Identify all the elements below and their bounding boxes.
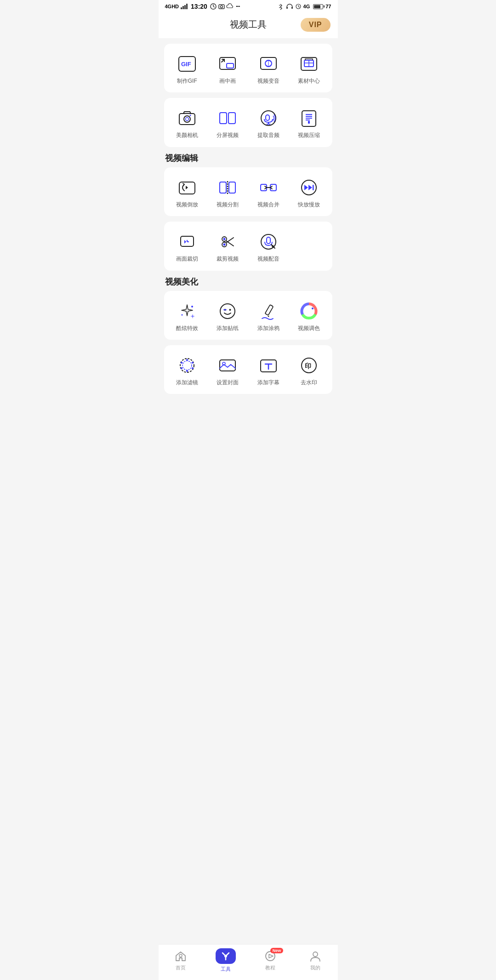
svg-point-86	[181, 367, 182, 369]
tool-subtitle-label: 添加字幕	[257, 379, 279, 386]
tool-split-screen-label: 分屏视频	[217, 132, 239, 138]
vip-badge[interactable]: VIP	[301, 18, 331, 32]
tool-merge[interactable]: 视频合并	[249, 171, 288, 212]
status-left: 4GHD 13:20 ···	[165, 3, 240, 10]
svg-point-82	[186, 359, 188, 361]
cover-icon	[217, 355, 238, 376]
nav-tools[interactable]: 工具	[212, 948, 239, 973]
tool-crop[interactable]: 画面裁切	[168, 225, 207, 267]
tool-material[interactable]: 素材中心	[290, 47, 329, 89]
svg-point-31	[189, 115, 191, 116]
svg-rect-11	[286, 7, 288, 9]
tool-compress[interactable]: 视频压缩	[290, 102, 329, 143]
tool-doodle[interactable]: 添加涂鸦	[249, 295, 288, 336]
tool-reverse[interactable]: 视频倒放	[168, 171, 207, 212]
tool-effects[interactable]: 酷炫特效	[168, 295, 207, 336]
reverse-icon	[177, 177, 197, 198]
tool-pip[interactable]: 画中画	[208, 47, 247, 89]
tool-split-screen[interactable]: 分屏视频	[208, 102, 247, 143]
pip-icon	[217, 54, 238, 74]
more-icon: ···	[236, 3, 240, 10]
tool-filter-label: 添加滤镜	[176, 379, 198, 386]
svg-rect-67	[267, 237, 270, 244]
filter-icon	[177, 355, 197, 376]
tool-extract-audio-label: 提取音频	[257, 132, 279, 138]
svg-marker-45	[186, 186, 188, 189]
home-icon	[174, 950, 187, 963]
svg-rect-46	[220, 182, 226, 193]
tool-sticker[interactable]: 添加贴纸	[208, 295, 247, 336]
tool-gif[interactable]: GIF 制作GIF	[168, 47, 207, 89]
signal-icon	[181, 4, 188, 9]
tool-speed[interactable]: 快放慢放	[290, 171, 329, 212]
status-right: 4G 77	[277, 4, 331, 9]
sticker-icon	[217, 301, 238, 321]
nav-home[interactable]: 首页	[167, 950, 194, 971]
svg-point-83	[192, 362, 194, 364]
clip-icon	[217, 232, 238, 252]
status-bar: 4GHD 13:20 ··· 4G 77	[159, 0, 338, 13]
subtitle-icon	[258, 355, 279, 376]
tool-split-label: 视频分割	[217, 201, 239, 208]
svg-point-8	[220, 6, 222, 8]
svg-marker-76	[268, 316, 269, 317]
svg-rect-28	[179, 114, 195, 125]
nav-home-label: 首页	[176, 964, 186, 971]
split-screen-icon	[217, 108, 238, 128]
content: GIF 制作GIF 画中画	[159, 38, 338, 442]
cloud-icon	[227, 3, 233, 10]
tool-extract-audio[interactable]: 提取音频	[249, 102, 288, 143]
tool-filter[interactable]: 添加滤镜	[168, 349, 207, 390]
nav-tutorial[interactable]: New 教程	[257, 950, 284, 971]
color-icon	[299, 301, 319, 321]
compress-icon	[299, 108, 319, 128]
nav-profile-label: 我的	[310, 964, 320, 971]
svg-rect-12	[291, 7, 293, 9]
tool-clip[interactable]: 裁剪视频	[208, 225, 247, 267]
tool-split[interactable]: 视频分割	[208, 171, 247, 212]
page-title: 视频工具	[230, 18, 267, 31]
svg-point-64	[223, 244, 226, 246]
tool-beauty-cam[interactable]: 美颜相机	[168, 102, 207, 143]
svg-marker-54	[308, 185, 312, 190]
tool-material-label: 素材中心	[298, 78, 320, 84]
speed-icon	[299, 177, 319, 198]
svg-point-30	[185, 118, 188, 121]
tool-watermark[interactable]: 印 去水印	[290, 349, 329, 390]
crop-icon	[177, 232, 197, 252]
tool-cover[interactable]: 设置封面	[208, 349, 247, 390]
grid-row-6: 添加滤镜 设置封面 添加字幕	[164, 345, 332, 394]
tool-subtitle[interactable]: 添加字幕	[249, 349, 288, 390]
bluetooth-icon	[277, 4, 284, 9]
tool-speed-label: 快放慢放	[298, 201, 320, 208]
svg-rect-55	[313, 185, 314, 190]
tool-voice-change-label: 视频变音	[257, 78, 279, 84]
svg-marker-57	[184, 240, 186, 244]
tool-doodle-label: 添加涂鸦	[257, 325, 279, 331]
grid-row-3: 视频倒放 视频分割	[164, 167, 332, 216]
tool-voice-change[interactable]: 视频变音	[249, 47, 288, 89]
header: 视频工具 VIP	[159, 13, 338, 38]
svg-point-79	[312, 307, 314, 309]
svg-marker-53	[304, 185, 308, 190]
grid-row-1: GIF 制作GIF 画中画	[164, 44, 332, 92]
tool-crop-label: 画面裁切	[176, 256, 198, 262]
svg-rect-50	[270, 184, 276, 191]
dubbing-icon	[258, 232, 279, 252]
svg-rect-35	[266, 115, 269, 120]
tool-dubbing[interactable]: 视频配音	[249, 225, 288, 267]
tool-color[interactable]: 视频调色	[290, 295, 329, 336]
grid-row-2: 美颜相机 分屏视频	[164, 98, 332, 147]
nav-profile[interactable]: 我的	[302, 950, 329, 971]
tool-effects-label: 酷炫特效	[176, 325, 198, 331]
svg-point-70	[181, 314, 182, 315]
svg-point-85	[186, 370, 188, 372]
material-icon	[299, 54, 319, 74]
alarm-icon	[296, 4, 301, 9]
svg-line-15	[298, 6, 300, 7]
voice-change-icon	[258, 54, 279, 74]
tool-gif-label: 制作GIF	[177, 78, 197, 84]
svg-point-95	[179, 954, 182, 957]
svg-rect-32	[220, 113, 227, 124]
section-video-edit: 视频编辑	[164, 153, 332, 164]
